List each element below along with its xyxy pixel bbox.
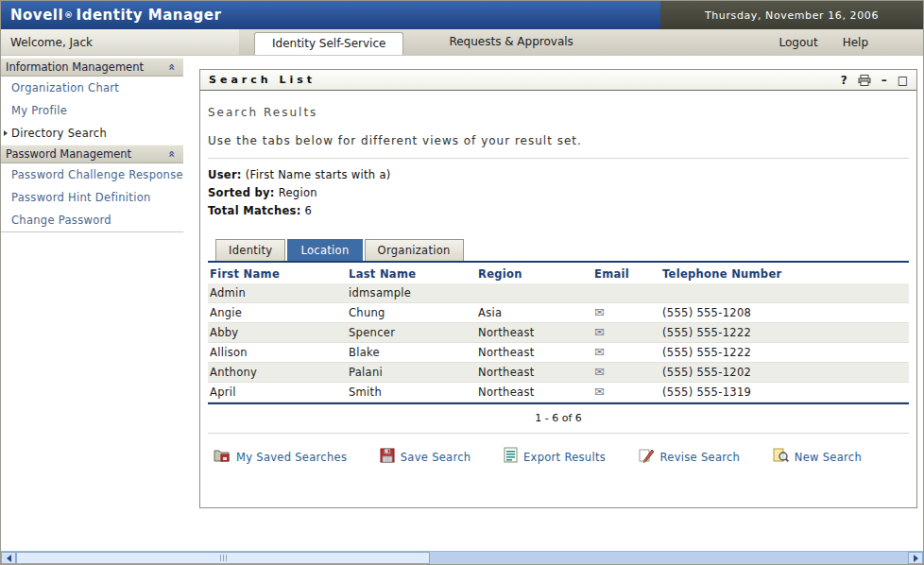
action-label: New Search (795, 451, 862, 464)
portlet-body: Search Results Use the tabs below for di… (200, 106, 916, 467)
minimize-icon[interactable]: – (881, 75, 887, 86)
tab-location-view[interactable]: Location (287, 239, 362, 261)
collapse-chevron-icon[interactable]: « (166, 150, 178, 158)
cell-phone: (555) 555-1208 (660, 303, 909, 323)
actions-divider (208, 433, 909, 434)
table-row: Abby Spencer Northeast ✉ (555) 555-1222 (208, 323, 909, 343)
brand-product: Identity Manager (77, 7, 222, 24)
cell-last-name: Spencer (347, 323, 476, 343)
cell-region: Northeast (476, 323, 592, 343)
saved-searches-icon (214, 448, 231, 467)
logout-link[interactable]: Logout (779, 36, 818, 49)
welcome-nav-strip: Welcome, Jack Identity Self-Service Requ… (1, 29, 923, 56)
email-envelope-icon[interactable]: ✉ (594, 325, 605, 339)
revise-pencil-icon (639, 448, 655, 467)
portlet-titlebar: Search List ? – □ (200, 70, 916, 91)
scroll-left-button[interactable] (1, 552, 16, 564)
maximize-icon[interactable]: □ (898, 75, 908, 86)
tab-identity-self-service[interactable]: Identity Self-Service (254, 32, 403, 55)
column-header-email: Email (592, 263, 660, 283)
sidebar-items-group: Organization Chart My Profile Directory … (1, 77, 183, 145)
action-label: Revise Search (660, 451, 741, 464)
results-table: First Name Last Name Region Email Teleph… (208, 263, 909, 402)
cell-first-name: Anthony (208, 363, 347, 383)
cell-first-name: Abby (208, 323, 347, 343)
my-saved-searches-button[interactable]: My Saved Searches (214, 448, 347, 467)
horizontal-scrollbar[interactable] (1, 551, 923, 564)
export-document-icon (504, 447, 518, 467)
revise-search-button[interactable]: Revise Search (639, 448, 741, 467)
table-row: Admin idmsample (208, 283, 909, 303)
search-list-portlet: Search List ? – □ Search Results Use the… (199, 69, 917, 508)
cell-last-name: Chung (347, 303, 476, 323)
save-search-button[interactable]: Save Search (380, 448, 471, 467)
cell-email: ✉ (592, 323, 660, 343)
summary-user: User:(First Name starts with a) (208, 166, 909, 184)
new-search-magnifier-icon (773, 448, 789, 467)
sidebar-section-information-management[interactable]: Information Management « (1, 58, 183, 77)
email-envelope-icon[interactable]: ✉ (594, 345, 605, 359)
summary-sorted-label: Sorted by: (208, 186, 275, 199)
search-summary: User:(First Name starts with a) Sorted b… (208, 166, 909, 220)
help-icon[interactable]: ? (841, 75, 847, 86)
cell-last-name: Blake (347, 343, 476, 363)
app-window: Novell®Identity Manager Thursday, Novemb… (0, 0, 924, 565)
pagination-status: 1 - 6 of 6 (208, 412, 909, 424)
summary-user-label: User: (208, 168, 242, 181)
collapse-chevron-icon[interactable]: « (166, 63, 178, 71)
scrollbar-track[interactable] (16, 552, 908, 564)
summary-sorted-value: Region (279, 186, 317, 199)
sidebar: Information Management « Organization Ch… (1, 58, 183, 232)
cell-phone: (555) 555-1319 (660, 383, 909, 402)
print-icon[interactable] (858, 75, 871, 86)
email-envelope-icon[interactable]: ✉ (594, 365, 605, 379)
cell-region: Asia (476, 303, 592, 323)
top-header-bar: Novell®Identity Manager Thursday, Novemb… (1, 1, 923, 29)
sidebar-item-password-hint-definition[interactable]: Password Hint Definition (1, 186, 183, 209)
welcome-message: Welcome, Jack (1, 29, 239, 56)
email-envelope-icon[interactable]: ✉ (594, 385, 605, 399)
cell-email: ✉ (592, 343, 660, 363)
summary-matches-label: Total Matches: (208, 204, 301, 217)
save-disk-icon (380, 448, 395, 467)
new-search-button[interactable]: New Search (773, 448, 862, 467)
table-row: Angie Chung Asia ✉ (555) 555-1208 (208, 303, 909, 323)
thumb-grip-icon (220, 555, 221, 561)
tab-requests-approvals[interactable]: Requests & Approvals (432, 31, 590, 55)
action-bar: My Saved Searches Save Search Export Res… (214, 447, 905, 467)
sidebar-item-change-password[interactable]: Change Password (1, 209, 183, 231)
cell-email: ✉ (592, 303, 660, 323)
section-divider (208, 158, 909, 159)
cell-region: Northeast (476, 363, 592, 383)
portlet-window-controls: ? – □ (841, 75, 908, 86)
column-header-region: Region (476, 263, 592, 283)
sidebar-item-my-profile[interactable]: My Profile (1, 99, 183, 122)
search-results-heading: Search Results (208, 106, 909, 119)
results-instructions: Use the tabs below for different views o… (208, 134, 909, 147)
help-link[interactable]: Help (843, 36, 868, 49)
export-results-button[interactable]: Export Results (504, 447, 606, 467)
sidebar-item-password-challenge-response[interactable]: Password Challenge Response (1, 163, 183, 186)
column-header-last-name: Last Name (347, 263, 476, 283)
scroll-right-arrow-icon (914, 555, 918, 562)
scroll-right-button[interactable] (908, 552, 923, 564)
table-row: Allison Blake Northeast ✉ (555) 555-1222 (208, 343, 909, 363)
scrollbar-thumb[interactable] (16, 552, 430, 564)
action-label: Save Search (401, 451, 471, 464)
tab-organization-view[interactable]: Organization (365, 239, 464, 261)
sidebar-item-organization-chart[interactable]: Organization Chart (1, 77, 183, 99)
sidebar-section-password-management[interactable]: Password Management « (1, 145, 183, 163)
brand-area: Novell®Identity Manager (1, 1, 660, 29)
sidebar-item-directory-search[interactable]: Directory Search (1, 122, 183, 145)
summary-total-matches: Total Matches:6 (208, 202, 909, 220)
cell-first-name: April (208, 383, 347, 402)
cell-phone: (555) 555-1202 (660, 363, 909, 383)
cell-email: ✉ (592, 383, 660, 402)
email-envelope-icon[interactable]: ✉ (594, 305, 605, 319)
scroll-left-arrow-icon (7, 555, 11, 562)
top-nav-links: Logout Help (779, 36, 923, 49)
top-nav-tabs: Identity Self-Service Requests & Approva… (239, 29, 923, 56)
sidebar-section-title: Password Management (6, 147, 131, 161)
action-label: My Saved Searches (236, 451, 347, 464)
tab-identity-view[interactable]: Identity (215, 239, 285, 261)
